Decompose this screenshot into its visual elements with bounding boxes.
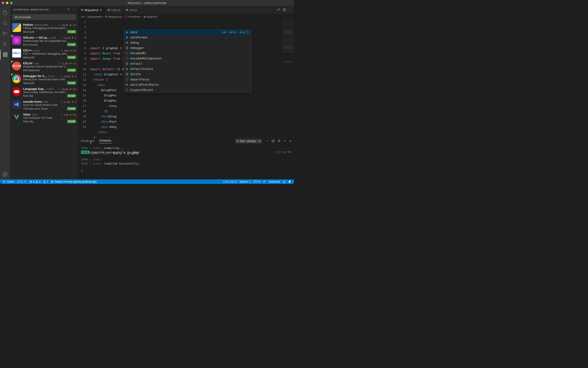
- suggestion-item[interactable]: ⊞debug: [124, 40, 252, 45]
- code-line[interactable]: <div dang: [90, 124, 294, 129]
- eol-status[interactable]: LF: [262, 180, 267, 183]
- extension-item[interactable]: Python 2019.6.24221 ⇩54.9M ★4.5 Linting,…: [10, 22, 78, 35]
- editor-tab[interactable]: JS blog-post.js ✕: [78, 6, 105, 14]
- code-line[interactable]: <Imag: [90, 103, 294, 109]
- extension-item[interactable]: C/C++ C/C++ 0.24.0 ⇩23M ★3.5 C/C++ Intel…: [10, 47, 78, 60]
- more-icon[interactable]: ⋯: [73, 8, 75, 11]
- variable-icon: ⊞: [125, 82, 129, 87]
- extensions-icon[interactable]: [0, 50, 10, 60]
- extension-item[interactable]: ES Lint ESLint 1.9.0 ⇩21.9M ★4.5 Integra…: [10, 60, 78, 73]
- extension-item[interactable]: vscode-icons 8.8.0 ⇩17.2M ★5 Icons for V…: [10, 99, 78, 111]
- suggestion-label: debugger: [130, 45, 144, 51]
- extensions-search-input[interactable]: [12, 14, 76, 20]
- suggestion-item[interactable]: ☰default: [124, 61, 252, 66]
- search-icon[interactable]: [0, 18, 10, 28]
- breadcrumb-item[interactable]: src: [81, 15, 85, 18]
- minimap[interactable]: [282, 19, 294, 53]
- editor-tab[interactable]: JS index.js: [105, 6, 123, 14]
- breadcrumb-item[interactable]: <function>: [128, 15, 141, 18]
- editor-tab[interactable]: JS utils.js: [123, 6, 140, 14]
- suggestion-item[interactable]: ☰delete: [124, 72, 252, 77]
- code-editor[interactable]: 123456789101112131415161718192021 ⊞datav…: [78, 19, 294, 137]
- extension-item[interactable]: GitLens — Git su... 9.8.5 ⇩23.1M ★5 Supe…: [10, 35, 78, 47]
- suggestion-item[interactable]: ⊞datavar data: anyi: [124, 30, 252, 35]
- extension-description: Java Linting, Intellisense, formattin...: [23, 91, 76, 94]
- notifications-icon[interactable]: [287, 180, 292, 183]
- git-branch-status[interactable]: master: [2, 180, 16, 183]
- window-close-button[interactable]: [2, 2, 4, 4]
- install-button[interactable]: Install: [67, 43, 76, 46]
- encoding-status[interactable]: UTF-8: [252, 180, 262, 183]
- sidebar-title: EXTENSIONS: MARKETPLACE: [13, 9, 49, 11]
- suggestion-item[interactable]: ⊞devicePixelRatio: [124, 82, 252, 87]
- extension-item[interactable]: Debugger for C... 4.11.6 ⇩20.6M ★4 Debug…: [10, 73, 78, 86]
- suggestion-item[interactable]: ☰debugger: [124, 45, 252, 51]
- settings-gear-icon[interactable]: [0, 169, 10, 179]
- filter-icon[interactable]: [67, 8, 70, 11]
- task-status[interactable]: Gatsby Develop (gatsby-graphql-app): [49, 180, 98, 183]
- explorer-icon[interactable]: [0, 8, 10, 18]
- window-maximize-button[interactable]: [10, 2, 13, 4]
- download-icon: ⇩: [61, 75, 62, 78]
- install-button[interactable]: Install: [67, 30, 76, 33]
- suggestion-item[interactable]: ⬡decodeURI: [124, 51, 252, 56]
- git-sync-status[interactable]: 0↓ 1↑: [16, 180, 28, 183]
- compare-icon[interactable]: [277, 8, 280, 12]
- intellisense-suggest[interactable]: ⊞datavar data: anyi⊞dateFormat⊞debug☰deb…: [124, 29, 252, 93]
- install-button[interactable]: Install: [67, 81, 76, 85]
- tab-label: index.js: [111, 9, 121, 11]
- code-line[interactable]: <h1>{blog: [90, 114, 294, 119]
- extension-item[interactable]: Language Sup... 0.47.0 ⇩18.6M ★4.5 Java …: [10, 86, 78, 99]
- install-button[interactable]: Install: [67, 56, 76, 59]
- install-button[interactable]: Install: [67, 94, 76, 97]
- close-tab-icon[interactable]: ✕: [100, 9, 102, 11]
- suggestion-item[interactable]: ⬡dispatchEvent: [124, 87, 252, 93]
- code-line[interactable]: [90, 145, 294, 151]
- extension-item[interactable]: Vetur 0.21.1 ⇩17M ★4.5 Vue tooling for V…: [10, 111, 78, 124]
- code-line[interactable]: </div>: [90, 129, 294, 135]
- suggestion-item[interactable]: ⊞dateFormat: [124, 35, 252, 40]
- code-line[interactable]: blogPos: [90, 93, 294, 98]
- keyword-icon: ☰: [125, 72, 129, 77]
- extension-version: 8.8.0: [43, 101, 48, 103]
- split-editor-icon[interactable]: [283, 8, 286, 12]
- breadcrumb-item[interactable]: blogPost: [147, 15, 157, 18]
- source-control-icon[interactable]: [0, 28, 10, 39]
- suggestion-label: data: [130, 30, 137, 35]
- breadcrumb-item[interactable]: components: [87, 15, 102, 18]
- language-status[interactable]: JavaScript: [267, 180, 281, 183]
- code-line[interactable]: blogPos: [90, 98, 294, 103]
- install-button[interactable]: Install: [67, 107, 76, 110]
- suggestion-item[interactable]: ⬡decodeURIComponent: [124, 56, 252, 61]
- extensions-list[interactable]: Python 2019.6.24221 ⇩54.9M ★4.5 Linting,…: [10, 22, 78, 179]
- suggestion-item[interactable]: ⬡departFocus: [124, 77, 252, 82]
- code-line[interactable]: <div>Post: [90, 119, 294, 124]
- window-minimize-button[interactable]: [6, 2, 9, 4]
- indentation-status[interactable]: Spaces: 2: [238, 180, 252, 183]
- problems-status[interactable]: 0 0: [28, 180, 42, 183]
- method-icon: ⬡: [125, 56, 129, 61]
- code-line[interactable]: ): [90, 135, 294, 140]
- suggestion-item[interactable]: ⊞defaultStatus: [124, 66, 252, 72]
- feedback-icon[interactable]: [281, 180, 287, 183]
- code-line[interactable]: export const query = graphql`: [90, 151, 294, 156]
- debug-icon[interactable]: [0, 39, 10, 49]
- breadcrumbs[interactable]: src › components › JS blog-post.js › ⬡ <…: [78, 14, 294, 19]
- cursor-position-status[interactable]: Ln 6, Col 21: [222, 180, 238, 183]
- terminal-selector[interactable]: 2: Task - develop: [235, 139, 262, 143]
- terminal-prompt[interactable]: >: [81, 169, 291, 173]
- more-actions-icon[interactable]: ⋯: [289, 9, 291, 11]
- svg-point-22: [5, 182, 5, 182]
- code-line[interactable]: }: [90, 140, 294, 145]
- extension-name: Debugger for C...: [23, 74, 47, 78]
- breadcrumb-item[interactable]: blog-post.js: [108, 15, 122, 18]
- install-button[interactable]: Install: [67, 68, 76, 72]
- install-button[interactable]: Install: [67, 120, 76, 123]
- extension-description: Linting, Debugging (multi-threaded...: [23, 27, 76, 30]
- extension-version: 0.24.0: [33, 49, 39, 52]
- info-icon[interactable]: i: [246, 31, 249, 34]
- extension-version: 4.11.6: [48, 75, 55, 77]
- code-line[interactable]: )}: [90, 109, 294, 114]
- extension-description: Debug your JavaScript code in the ...: [23, 78, 76, 81]
- tests-status[interactable]: 1: [42, 180, 50, 183]
